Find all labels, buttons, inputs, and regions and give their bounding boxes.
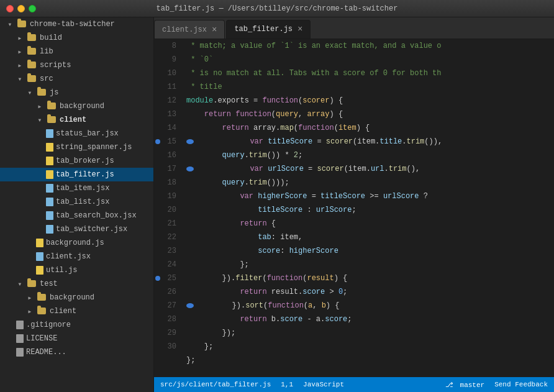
line-num-19: 19 (154, 189, 176, 203)
sidebar-item-client[interactable]: client (0, 113, 153, 127)
sidebar-item-label: tab_filter.js (56, 170, 114, 179)
svg-rect-1 (46, 143, 53, 152)
sidebar-item-tab-filter[interactable]: tab_filter.js (0, 168, 153, 181)
code-line-17: var higherScore = titleScore >= urlScore… (186, 189, 549, 203)
sidebar-item-tab-search-box[interactable]: tab_search_box.jsx (0, 209, 153, 222)
code-line-16b: query.trim())); (186, 176, 549, 189)
code-lines[interactable]: * match; a value of `1` is an exact matc… (181, 39, 554, 377)
sidebar-item-tab-broker[interactable]: tab_broker.js (0, 154, 153, 168)
sidebar-item-lib[interactable]: lib (0, 45, 153, 58)
file-icon (45, 183, 55, 193)
line-num-13: 13 (154, 107, 176, 121)
line-num-9: 9 (154, 53, 176, 66)
status-left: src/js/client/tab_filter.js 1,1 JavaScri… (160, 381, 344, 388)
sidebar-item-tab-item[interactable]: tab_item.jsx (0, 181, 153, 195)
file-icon (15, 347, 25, 357)
sidebar-item-src[interactable]: src (0, 72, 153, 86)
chevron-right-icon (15, 47, 25, 57)
sidebar-item-tab-switcher[interactable]: tab_switcher.jsx (0, 222, 153, 236)
sidebar-item-scripts[interactable]: scripts (0, 58, 153, 72)
code-line-10: * is no match at all. Tabs with a score … (186, 66, 549, 80)
code-line-12: module.exports = function(scorer) { (186, 94, 549, 107)
sidebar-item-label: test (40, 280, 58, 288)
line-num-26: 26 (154, 285, 176, 299)
svg-rect-9 (36, 252, 43, 261)
code-line-27: }); (186, 326, 549, 340)
sidebar-item-tab-list[interactable]: tab_list.jsx (0, 195, 153, 209)
sidebar-item-root[interactable]: chrome-tab-switcher (0, 17, 153, 31)
file-icon (45, 224, 55, 234)
code-line-29: }; (186, 353, 549, 367)
tab-client-jsx[interactable]: client.jsx × (154, 20, 225, 39)
sidebar-item-util-js[interactable]: util.js (0, 263, 153, 277)
sidebar-item-js[interactable]: js (0, 86, 153, 99)
svg-rect-3 (46, 170, 53, 179)
tab-label: client.jsx (162, 25, 207, 34)
line-num-18: 18 (154, 176, 176, 189)
sidebar-item-string-spanner[interactable]: string_spanner.js (0, 140, 153, 154)
sidebar-item-background-js[interactable]: background.js (0, 236, 153, 250)
sidebar-item-label: LICENSE (26, 334, 57, 343)
file-icon (45, 170, 55, 180)
sidebar-item-label: client.jsx (46, 252, 91, 261)
branch-name: ⎇ master (445, 381, 484, 389)
line-num-23: 23 (154, 244, 176, 258)
code-line-19: return { (186, 217, 549, 230)
sidebar-item-label: tab_item.jsx (56, 184, 109, 193)
tab-tab-filter-js[interactable]: tab_filter.js × (226, 20, 311, 39)
line-num-30: 30 (154, 340, 176, 353)
chevron-down-icon (15, 74, 25, 84)
sidebar-item-test-background[interactable]: background (0, 291, 153, 304)
chevron-right-icon (15, 33, 25, 43)
sidebar-item-license[interactable]: LICENSE (0, 332, 153, 345)
sidebar-item-gitignore[interactable]: .gitignore (0, 318, 153, 332)
file-icon (45, 197, 55, 207)
branch-icon: ⎇ (445, 381, 453, 389)
code-editor[interactable]: 8 9 10 11 12 13 14 15 16 17 18 19 20 21 … (154, 39, 554, 377)
svg-rect-4 (46, 184, 53, 193)
send-feedback-button[interactable]: Send Feedback (494, 381, 548, 388)
line-num-24: 24 (154, 258, 176, 271)
sidebar-item-background[interactable]: background (0, 99, 153, 113)
maximize-button[interactable] (29, 5, 36, 12)
code-line-28: }; (186, 340, 549, 353)
sidebar-item-test-client[interactable]: client (0, 304, 153, 318)
svg-rect-0 (46, 129, 53, 138)
svg-rect-12 (16, 334, 24, 343)
chevron-right-icon (25, 293, 35, 303)
sidebar-item-build[interactable]: build (0, 31, 153, 45)
title-bar: tab_filter.js — /Users/btilley/src/chrom… (0, 0, 554, 17)
sidebar-item-label: client (60, 116, 86, 124)
sidebar-item-label: status_bar.jsx (56, 129, 119, 138)
line-num-28: 28 (154, 312, 176, 326)
line-num-27: 27 (154, 299, 176, 312)
code-line-8: * match; a value of `1` is an exact matc… (186, 39, 549, 53)
code-line-30 (186, 367, 549, 377)
svg-rect-10 (36, 266, 43, 275)
sidebar-item-label: client (50, 307, 76, 316)
sidebar-item-client-jsx[interactable]: client.jsx (0, 250, 153, 263)
file-path: src/js/client/tab_filter.js (160, 381, 271, 388)
close-icon[interactable]: × (297, 25, 302, 34)
sidebar-item-readme[interactable]: README... (0, 345, 153, 359)
sidebar-item-label: tab_list.jsx (56, 198, 109, 206)
line-numbers: 8 9 10 11 12 13 14 15 16 17 18 19 20 21 … (154, 39, 181, 377)
chevron-right-icon (35, 101, 45, 111)
close-icon[interactable]: × (212, 25, 217, 34)
minimize-button[interactable] (17, 5, 25, 12)
sidebar-item-test[interactable]: test (0, 277, 153, 291)
main-layout: chrome-tab-switcher build lib (0, 17, 554, 392)
window-controls[interactable] (6, 5, 36, 12)
code-line-18: titleScore : urlScore; (186, 203, 549, 217)
line-num-21: 21 (154, 217, 176, 230)
sidebar-item-status-bar[interactable]: status_bar.jsx (0, 127, 153, 140)
close-button[interactable] (6, 5, 14, 12)
sidebar-item-label: .gitignore (26, 321, 71, 329)
sidebar-item-label: tab_switcher.jsx (56, 225, 127, 234)
sidebar-item-label: build (40, 34, 62, 42)
sidebar-item-label: util.js (46, 266, 77, 275)
sidebar-item-label: tab_search_box.jsx (56, 211, 137, 220)
chevron-down-icon (35, 115, 45, 125)
sidebar-item-label: background.js (46, 239, 104, 247)
file-icon (35, 265, 45, 275)
